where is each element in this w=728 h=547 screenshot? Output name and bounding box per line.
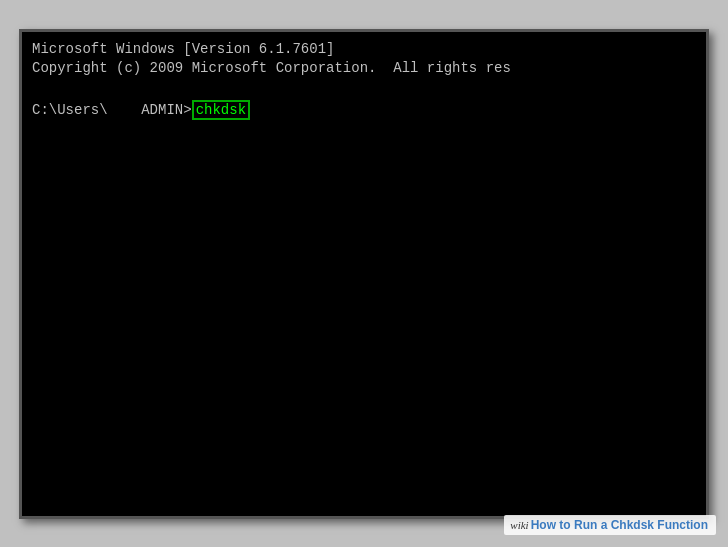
watermark-how-text: How to Run a Chkdsk Function [531,518,708,532]
cmd-wrapper: Microsoft Windows [Version 6.1.7601] Cop… [19,29,709,519]
cmd-command: chkdsk [192,100,250,120]
cmd-line-1: Microsoft Windows [Version 6.1.7601] [32,40,696,60]
watermark-title: How to Run a Chkdsk Function [531,518,708,532]
cmd-prompt-text: C:\Users\ ADMIN> [32,102,192,118]
wiki-logo: wiki [510,519,528,531]
cmd-line-2: Copyright (c) 2009 Microsoft Corporation… [32,59,696,79]
watermark: wiki How to Run a Chkdsk Function [504,515,716,535]
cmd-prompt-line: C:\Users\ ADMIN> chkdsk [32,100,696,120]
cmd-line-3 [32,79,696,99]
outer-container: Microsoft Windows [Version 6.1.7601] Cop… [0,0,728,547]
cmd-screen[interactable]: Microsoft Windows [Version 6.1.7601] Cop… [22,32,706,516]
